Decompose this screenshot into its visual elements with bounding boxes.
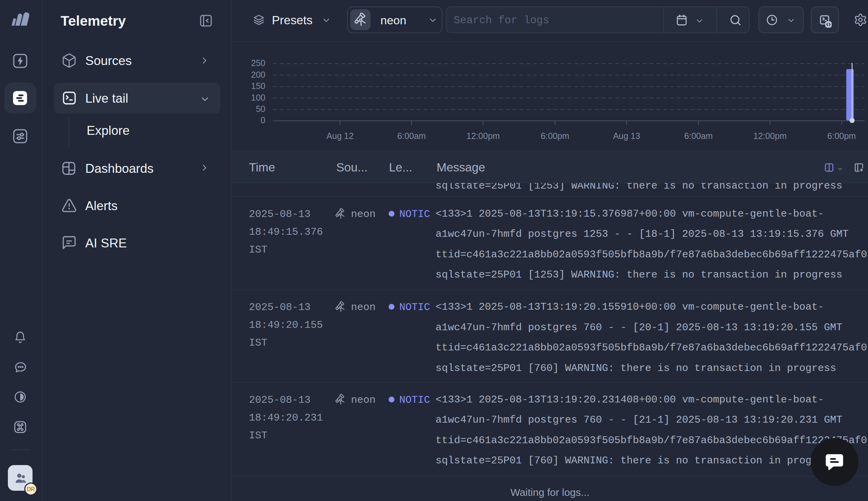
svg-text:200: 200	[251, 70, 265, 79]
svg-text:6:00am: 6:00am	[684, 131, 712, 141]
svg-text:250: 250	[251, 58, 265, 68]
svg-text:150: 150	[251, 81, 265, 91]
svg-text:6:00pm: 6:00pm	[827, 131, 856, 141]
svg-text:100: 100	[251, 93, 265, 102]
svg-text:6:00am: 6:00am	[397, 131, 426, 141]
svg-text:12:00pm: 12:00pm	[466, 131, 500, 141]
svg-text:6:00pm: 6:00pm	[541, 131, 569, 141]
svg-text:Aug 12: Aug 12	[326, 131, 353, 141]
svg-text:Aug 13: Aug 13	[613, 131, 640, 141]
svg-text:12:00pm: 12:00pm	[753, 131, 786, 141]
svg-text:0: 0	[261, 115, 265, 125]
svg-text:50: 50	[256, 104, 265, 114]
